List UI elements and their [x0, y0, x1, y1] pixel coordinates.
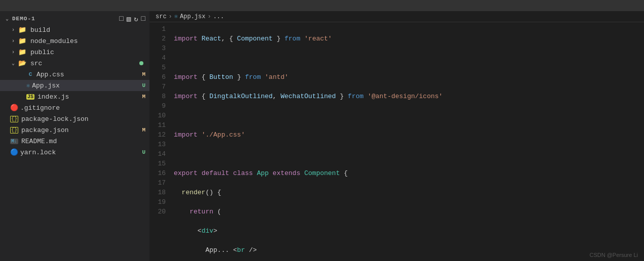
breadcrumb-filename[interactable]: App.jsx [180, 13, 205, 20]
package-json-label: package.json [21, 126, 69, 134]
new-file-icon[interactable]: □ [119, 15, 123, 23]
sidebar-item-package-json[interactable]: {} package.json M [0, 124, 149, 136]
editor-area: src › ⚛ App.jsx › ... 12345 678910 11121… [149, 11, 644, 261]
breadcrumb-sep-2: › [207, 13, 211, 20]
node-modules-label: node_modules [30, 37, 78, 45]
build-label: build [30, 26, 50, 34]
main-layout: ⌄ DEMO-1 □ ▧ ↻ □ › 📁 build › 📁 node_modu… [0, 11, 644, 261]
sidebar-item-build[interactable]: › 📁 build [0, 24, 149, 35]
line-numbers: 12345 678910 1112131415 1617181920 [149, 24, 172, 261]
line-12: App... <br /> [174, 245, 644, 255]
app-jsx-label: App.jsx [32, 82, 60, 90]
yarn-lock-label: yarn.lock [20, 149, 56, 156]
project-actions: □ ▧ ↻ □ [119, 15, 145, 23]
sidebar-item-public[interactable]: › 📁 public [0, 47, 149, 58]
index-js-label: index.js [37, 93, 69, 101]
line-7 [174, 149, 644, 159]
gitignore-icon: 🔴 [10, 104, 18, 112]
build-folder-icon: 📁 [18, 26, 26, 34]
line-9: render() { [174, 188, 644, 197]
package-lock-label: package-lock.json [21, 115, 89, 123]
package-json-badge: M [142, 127, 145, 133]
breadcrumb-src[interactable]: src [156, 13, 167, 20]
app-css-label: App.css [36, 71, 64, 78]
index-js-badge: M [142, 94, 145, 100]
public-folder-icon: 📁 [18, 48, 26, 56]
line-3: import { Button } from 'antd' [174, 72, 644, 82]
breadcrumb-ellipsis[interactable]: ... [213, 13, 224, 20]
app-css-icon: C [26, 71, 34, 77]
yarn-lock-icon: 🔵 [10, 148, 18, 156]
code-container[interactable]: 12345 678910 1112131415 1617181920 impor… [149, 22, 644, 261]
line-11: <div> [174, 226, 644, 236]
sidebar-item-gitignore[interactable]: 🔴 .gitignore [0, 102, 149, 113]
sidebar-item-app-css[interactable]: C App.css M [0, 69, 149, 80]
src-chevron-icon: ⌄ [10, 60, 16, 66]
sidebar: ⌄ DEMO-1 □ ▧ ↻ □ › 📁 build › 📁 node_modu… [0, 11, 149, 261]
watermark: CSDN @Persure Li [589, 252, 638, 258]
app-css-badge: M [142, 71, 145, 77]
line-10: return ( [174, 207, 644, 216]
src-modified-dot [139, 61, 143, 65]
project-header[interactable]: ⌄ DEMO-1 □ ▧ ↻ □ [0, 13, 149, 24]
line-8: export default class App extends Compone… [174, 168, 644, 178]
collapse-icon[interactable]: □ [141, 15, 145, 23]
refresh-icon[interactable]: ↻ [134, 15, 138, 23]
build-chevron-icon: › [10, 27, 16, 33]
readme-icon: M↓ [10, 139, 18, 144]
sidebar-item-app-jsx[interactable]: ⚛ App.jsx U [0, 80, 149, 91]
project-chevron-icon: ⌄ [4, 16, 10, 22]
package-lock-icon: {} [10, 116, 18, 122]
sidebar-item-node-modules[interactable]: › 📁 node_modules [0, 35, 149, 47]
sidebar-item-src[interactable]: ⌄ 📂 src [0, 58, 149, 69]
breadcrumb-file-icon: ⚛ [174, 13, 178, 20]
node-modules-chevron-icon: › [10, 38, 16, 44]
public-chevron-icon: › [10, 50, 16, 55]
sidebar-item-yarn-lock[interactable]: 🔵 yarn.lock U [0, 147, 149, 158]
node-modules-folder-icon: 📁 [18, 37, 26, 45]
code-content[interactable]: import React, { Component } from 'react'… [172, 24, 644, 261]
package-json-icon: {} [10, 127, 18, 134]
breadcrumb: src › ⚛ App.jsx › ... [149, 11, 644, 22]
sidebar-item-package-lock[interactable]: {} package-lock.json [0, 113, 149, 124]
yarn-lock-badge: U [142, 149, 145, 155]
breadcrumb-sep-1: › [169, 13, 172, 20]
line-5 [174, 111, 644, 120]
line-2 [174, 53, 644, 63]
line-1: import React, { Component } from 'react' [174, 34, 644, 44]
src-folder-icon: 📂 [18, 59, 26, 67]
line-4: import { DingtalkOutlined, WechatOutline… [174, 92, 644, 101]
app-jsx-badge: U [142, 82, 145, 89]
sidebar-item-readme[interactable]: M↓ README.md [0, 136, 149, 147]
src-label: src [30, 60, 42, 67]
readme-label: README.md [21, 138, 57, 145]
gitignore-label: .gitignore [20, 104, 60, 112]
sidebar-item-index-js[interactable]: JS index.js M [0, 91, 149, 102]
index-js-icon: JS [26, 94, 34, 100]
editor-wrapper: 12345 678910 1112131415 1617181920 impor… [149, 22, 644, 261]
project-title: DEMO-1 [12, 16, 35, 22]
new-folder-icon[interactable]: ▧ [127, 15, 131, 23]
public-label: public [30, 49, 54, 56]
line-6: import './App.css' [174, 130, 644, 140]
app-jsx-icon: ⚛ [26, 82, 30, 90]
top-bar [0, 0, 644, 11]
